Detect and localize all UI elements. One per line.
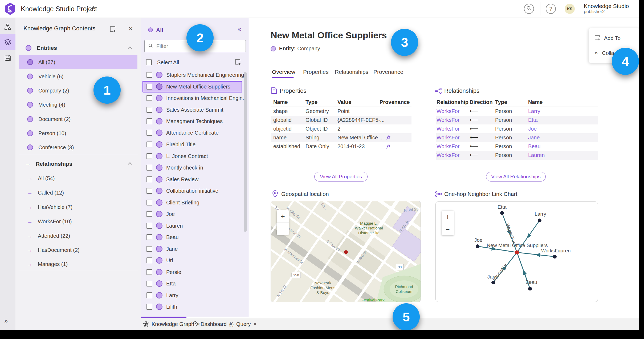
relationship-link[interactable]: WorksFor <box>437 135 459 141</box>
entity-link[interactable]: Etta <box>528 117 538 123</box>
item-checkbox[interactable] <box>146 246 152 252</box>
close-panel-button[interactable]: ✕ <box>128 26 133 32</box>
item-checkbox[interactable] <box>146 142 152 147</box>
node-etta[interactable] <box>500 211 504 215</box>
item-checkbox[interactable] <box>146 223 152 229</box>
tab-provenance[interactable]: Provenance <box>373 69 403 75</box>
tab-relationships[interactable]: Relationships <box>335 69 368 75</box>
sidebar-item-entities-person[interactable]: Person (10) <box>15 126 141 140</box>
sidebar-item-relationships-hasdocument[interactable]: → HasDocument (2) <box>15 243 141 257</box>
item-checkbox[interactable] <box>146 118 152 124</box>
menu-item-add-to[interactable]: Add To <box>589 34 640 43</box>
list-item[interactable]: Uri <box>141 255 245 266</box>
sidebar-item-relationships-attended[interactable]: → Attended (22) <box>15 229 141 243</box>
list-item[interactable]: Attendance Certificate <box>141 127 245 139</box>
item-checkbox[interactable] <box>146 153 152 159</box>
sidebar-item-entities-meeting[interactable]: Meeting (4) <box>15 98 141 112</box>
item-checkbox[interactable] <box>146 176 152 182</box>
entity-link[interactable]: Jane <box>528 135 540 141</box>
item-checkbox[interactable] <box>146 165 152 171</box>
item-checkbox[interactable] <box>146 130 152 136</box>
sidebar-item-relationships-manages[interactable]: → Manages (1) <box>15 257 141 271</box>
node-center-selected[interactable] <box>515 251 519 255</box>
node-joe[interactable] <box>476 244 479 248</box>
collapse-panel-button[interactable]: « <box>238 25 242 33</box>
item-checkbox[interactable] <box>146 211 152 217</box>
list-item[interactable]: Lauren <box>141 220 245 232</box>
sidebar-item-entities-document[interactable]: Document (2) <box>15 112 141 126</box>
zoom-out-button[interactable]: − <box>442 223 454 236</box>
zoom-in-button[interactable]: + <box>277 210 289 223</box>
view-all-properties-button[interactable]: View All Properties <box>314 172 368 181</box>
list-item[interactable]: Jane <box>141 243 245 255</box>
entity-link[interactable]: Beau <box>528 143 541 150</box>
node-larry[interactable] <box>538 219 541 222</box>
list-item[interactable]: Innovations in Mechanical Engin... <box>141 92 245 104</box>
select-all-row[interactable]: Select All <box>141 57 245 68</box>
list-item[interactable]: Lilith <box>141 301 245 313</box>
item-checkbox[interactable] <box>146 188 152 194</box>
view-tab-query[interactable]: { } Query ✕ <box>229 318 257 330</box>
avatar[interactable]: KS <box>565 4 575 14</box>
list-item[interactable]: Staplers Mechanical Engineering <box>141 69 245 81</box>
list-item[interactable]: Montly check-in <box>141 162 245 173</box>
select-all-checkbox[interactable] <box>146 59 152 65</box>
provenance-flag-icon[interactable] <box>386 143 391 150</box>
view-tab-knowledge-graph[interactable]: Knowledge Graph ✕ <box>143 318 200 330</box>
scrollbar[interactable] <box>244 72 247 232</box>
list-item[interactable]: Sales Review <box>141 173 245 185</box>
list-item[interactable]: Client Briefing <box>141 197 245 208</box>
view-all-relationships-button[interactable]: View All Relationships <box>486 172 546 181</box>
item-checkbox[interactable] <box>146 107 152 113</box>
list-item[interactable]: Etta <box>141 278 245 289</box>
sidebar-item-entities-all[interactable]: All (27) <box>15 55 141 69</box>
sidebar-item-entities-vehicle[interactable]: Vehicle (6) <box>15 70 141 83</box>
sidebar-item-relationships-all[interactable]: → All (54) <box>15 171 141 185</box>
node-jane[interactable] <box>491 281 495 284</box>
chart-zoom-control[interactable]: + − <box>442 211 454 235</box>
sidebar-item-relationships-hasvehicle[interactable]: → HasVehicle (7) <box>15 200 141 214</box>
link-chart-widget[interactable]: + − <box>435 201 598 302</box>
list-item[interactable]: Persie <box>141 266 245 278</box>
item-checkbox[interactable] <box>146 257 152 263</box>
map-widget[interactable]: + − <box>271 201 421 302</box>
search-button[interactable] <box>524 4 534 14</box>
schema-icon[interactable] <box>4 23 11 31</box>
node-beau[interactable] <box>528 287 532 290</box>
entity-link[interactable]: Lauren <box>528 152 545 158</box>
item-checkbox[interactable] <box>146 234 152 240</box>
sidebar-item-entities-conference[interactable]: Conference (3) <box>15 140 141 154</box>
list-item[interactable]: Firebird Title <box>141 139 245 150</box>
zoom-out-button[interactable]: − <box>277 223 289 235</box>
list-item-selected[interactable]: New Metal Office Suppliers <box>141 81 245 92</box>
entity-link[interactable]: Larry <box>528 108 540 114</box>
list-item[interactable]: Sales Associate Summit <box>141 104 245 116</box>
close-tab-icon[interactable]: ✕ <box>253 321 257 327</box>
save-icon[interactable] <box>4 54 11 62</box>
relationship-link[interactable]: WorksFor <box>437 152 459 158</box>
tab-overview[interactable]: Overview <box>272 69 295 75</box>
relationship-link[interactable]: WorksFor <box>437 108 459 114</box>
zoom-in-button[interactable]: + <box>442 211 454 223</box>
sidebar-item-entities-company[interactable]: Company (2) <box>15 84 141 98</box>
relationships-section-header[interactable]: → Relationships <box>15 157 141 171</box>
list-item[interactable]: Larry <box>141 289 245 301</box>
list-item[interactable]: L. Jones Contract <box>141 150 245 162</box>
add-to-new-map-icon[interactable] <box>109 26 116 34</box>
item-checkbox[interactable] <box>146 95 152 101</box>
user-info[interactable]: Knowledge Studio publisher2 <box>584 3 629 14</box>
chevron-up-icon[interactable] <box>127 162 133 166</box>
sidebar-item-relationships-worksfor[interactable]: → WorksFor (10) <box>15 215 141 228</box>
sidebar-item-relationships-called[interactable]: → Called (12) <box>15 186 141 200</box>
entity-link[interactable]: Joe <box>528 126 537 132</box>
item-checkbox[interactable] <box>146 200 152 205</box>
help-button[interactable]: ? <box>546 4 556 14</box>
item-checkbox[interactable] <box>146 269 152 275</box>
list-item[interactable]: Joe <box>141 208 245 220</box>
list-item[interactable]: Collaboration initiative <box>141 185 245 197</box>
relationship-link[interactable]: WorksFor <box>437 126 459 132</box>
add-to-new-map-icon[interactable] <box>234 59 241 66</box>
item-checkbox[interactable] <box>146 304 152 310</box>
node-lauren[interactable] <box>553 255 557 259</box>
tab-properties[interactable]: Properties <box>303 69 329 75</box>
